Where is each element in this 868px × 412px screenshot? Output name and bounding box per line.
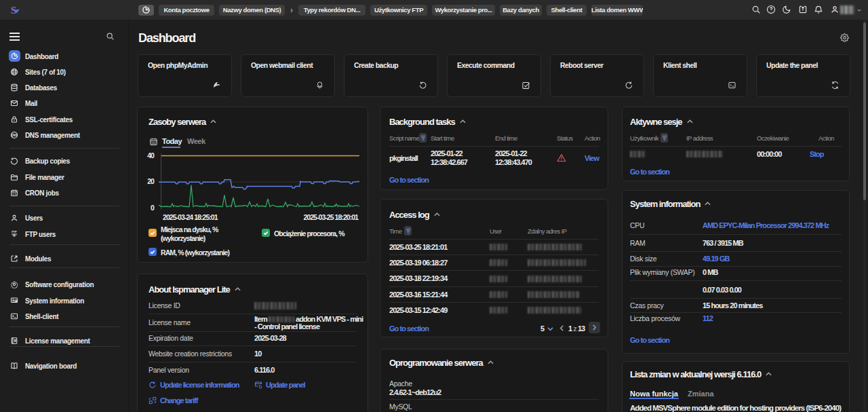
svg-text:FTP: FTP <box>12 230 17 233</box>
svg-text:DNS: DNS <box>11 134 18 137</box>
